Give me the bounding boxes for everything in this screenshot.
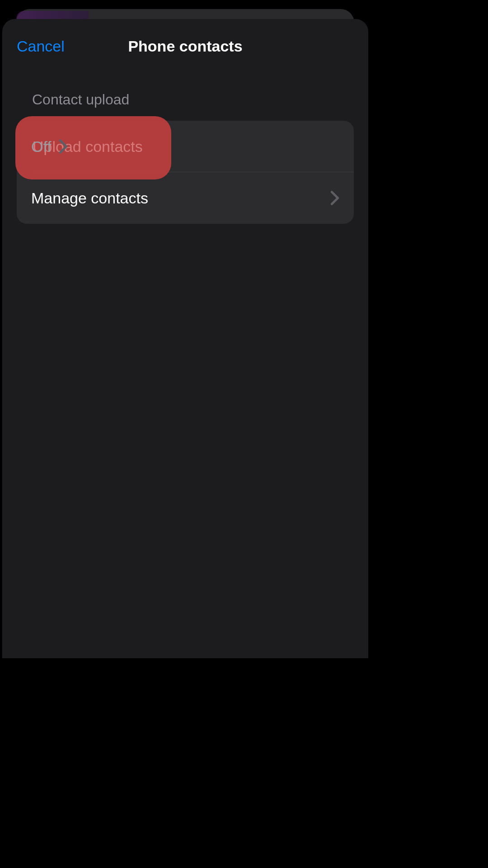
page-title: Phone contacts bbox=[128, 38, 242, 55]
row-upload-contacts[interactable]: Upload contacts Off bbox=[17, 121, 354, 172]
cancel-button[interactable]: Cancel bbox=[17, 38, 65, 55]
modal-header: Cancel Phone contacts bbox=[2, 19, 368, 73]
chevron-right-icon bbox=[59, 139, 68, 154]
row-manage-contacts[interactable]: Manage contacts bbox=[17, 172, 354, 224]
section-header: Contact upload bbox=[32, 91, 354, 108]
row-value-wrap bbox=[330, 190, 339, 206]
chevron-right-icon bbox=[330, 190, 339, 206]
modal-sheet: Cancel Phone contacts Contact upload Upl… bbox=[2, 19, 368, 658]
row-value-wrap: Off bbox=[31, 138, 68, 156]
row-value-upload-contacts: Off bbox=[31, 138, 52, 156]
background-gradient-peek bbox=[16, 11, 89, 19]
settings-list-group: Upload contacts Off Manage contacts bbox=[17, 121, 354, 224]
row-label-manage-contacts: Manage contacts bbox=[31, 189, 148, 207]
content-area: Contact upload Upload contacts Off Manag… bbox=[2, 91, 368, 224]
